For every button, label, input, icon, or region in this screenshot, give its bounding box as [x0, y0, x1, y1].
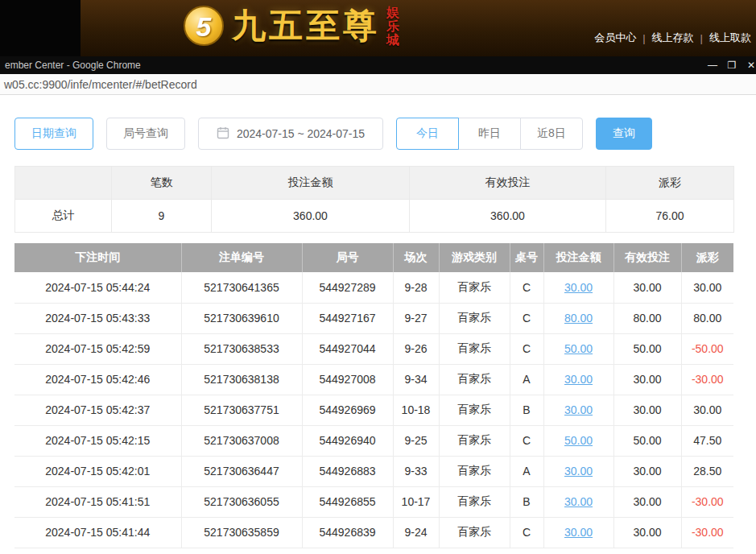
cell-bet: 30.00 [543, 364, 613, 395]
quick-yesterday-button[interactable]: 昨日 [458, 118, 521, 150]
bet-amount-link[interactable]: 30.00 [564, 465, 593, 478]
cell-time: 2024-07-15 05:42:37 [14, 395, 181, 425]
bet-amount-link[interactable]: 30.00 [564, 526, 593, 539]
quick-last8days-button[interactable]: 近8日 [520, 118, 583, 150]
cell-round_no: 544927008 [302, 364, 393, 395]
table-row: 2024-07-15 05:42:46521730638138544927008… [14, 364, 733, 395]
round-query-tab[interactable]: 局号查询 [106, 118, 185, 150]
cell-session: 10-17 [393, 486, 439, 517]
cell-order_no: 521730637751 [181, 395, 302, 425]
close-icon[interactable]: ✕ [742, 56, 756, 74]
cell-table: C [510, 425, 543, 456]
cell-payout: -30.00 [681, 517, 733, 548]
column-header-session: 场次 [393, 243, 439, 272]
cell-bet: 30.00 [543, 517, 613, 548]
cell-time: 2024-07-15 05:42:59 [14, 333, 181, 364]
site-header: 5 九五至尊 娱 乐 城 会员中心|线上存款|线上取款 [0, 0, 756, 56]
cell-valid: 30.00 [613, 486, 681, 517]
summary-total-bet-amount: 360.00 [212, 200, 410, 233]
cell-game: 百家乐 [439, 272, 510, 303]
cell-table: B [510, 395, 543, 425]
date-range-input[interactable]: 2024-07-15 ~ 2024-07-15 [198, 118, 383, 150]
summary-total-count: 9 [112, 200, 212, 233]
cell-session: 9-26 [393, 333, 439, 364]
table-row: 2024-07-15 05:42:15521730637008544926940… [14, 425, 733, 456]
window-title: ember Center - Google Chrome [0, 60, 141, 71]
url-field[interactable]: w05.cc:9900/infe/mcenter/#/betRecord [0, 78, 197, 91]
cell-bet: 50.00 [543, 333, 613, 364]
cell-session: 9-28 [393, 272, 439, 303]
summary-total-label: 总计 [15, 200, 112, 233]
nav-link[interactable]: 线上存款 [652, 31, 694, 45]
cell-valid: 30.00 [613, 395, 681, 425]
bet-amount-link[interactable]: 50.00 [564, 434, 593, 447]
cell-session: 9-33 [393, 456, 439, 486]
column-header-table: 桌号 [510, 243, 543, 272]
cell-session: 9-34 [393, 364, 439, 395]
cell-game: 百家乐 [439, 303, 510, 333]
maximize-icon[interactable]: ❐ [722, 56, 742, 74]
bet-table-header-row: 下注时间注单编号局号场次游戏类别桌号投注金额有效投注派彩 [14, 243, 733, 272]
summary-header-empty [15, 167, 112, 200]
cell-time: 2024-07-15 05:42:15 [14, 425, 181, 456]
bet-amount-link[interactable]: 80.00 [564, 312, 593, 325]
cell-time: 2024-07-15 05:41:51 [14, 486, 181, 517]
cell-round_no: 544926940 [302, 425, 393, 456]
summary-header-payout: 派彩 [606, 167, 734, 200]
cell-payout: -50.00 [681, 333, 733, 364]
cell-bet: 50.00 [543, 425, 613, 456]
cell-game: 百家乐 [439, 486, 510, 517]
bet-record-table: 下注时间注单编号局号场次游戏类别桌号投注金额有效投注派彩 2024-07-15 … [14, 243, 733, 548]
column-header-round_no: 局号 [302, 243, 393, 272]
cell-bet: 30.00 [543, 456, 613, 486]
nav-separator: | [700, 32, 703, 44]
quick-today-button[interactable]: 今日 [396, 118, 459, 150]
cell-round_no: 544926969 [302, 395, 393, 425]
cell-game: 百家乐 [439, 395, 510, 425]
cell-table: C [510, 517, 543, 548]
date-query-tab[interactable]: 日期查询 [14, 118, 93, 150]
minimize-icon[interactable]: — [703, 56, 722, 74]
column-header-valid: 有效投注 [613, 243, 681, 272]
bet-amount-link[interactable]: 30.00 [564, 373, 593, 386]
cell-round_no: 544926839 [302, 517, 393, 548]
cell-session: 9-25 [393, 425, 439, 456]
bet-amount-link[interactable]: 30.00 [564, 495, 593, 508]
top-nav: 会员中心|线上存款|线上取款 [594, 31, 751, 45]
bet-amount-link[interactable]: 50.00 [564, 342, 593, 355]
column-header-time: 下注时间 [14, 243, 181, 272]
cell-game: 百家乐 [439, 517, 510, 548]
cell-order_no: 521730638533 [181, 333, 302, 364]
summary-total-row: 总计 9 360.00 360.00 76.00 [15, 200, 734, 233]
cell-payout: 80.00 [681, 303, 733, 333]
calendar-icon [217, 126, 229, 142]
bet-table-body: 2024-07-15 05:44:24521730641365544927289… [14, 272, 733, 548]
search-button[interactable]: 查询 [596, 118, 652, 150]
cell-table: C [510, 272, 543, 303]
summary-table: 笔数 投注金额 有效投注 派彩 总计 9 360.00 360.00 76.00 [14, 166, 734, 233]
nav-separator: | [642, 32, 645, 44]
bet-amount-link[interactable]: 30.00 [564, 403, 593, 416]
cell-order_no: 521730638138 [181, 364, 302, 395]
cell-valid: 30.00 [613, 517, 681, 548]
cell-payout: 47.50 [681, 425, 733, 456]
cell-game: 百家乐 [439, 333, 510, 364]
logo-subtitle-char: 娱 [386, 6, 399, 19]
cell-round_no: 544926855 [302, 486, 393, 517]
gold-coin-icon: 5 [184, 6, 224, 46]
window-controls: — ❐ ✕ [703, 56, 756, 74]
date-range-value: 2024-07-15 ~ 2024-07-15 [237, 127, 365, 140]
bet-amount-link[interactable]: 30.00 [564, 281, 593, 294]
cell-time: 2024-07-15 05:44:24 [14, 272, 181, 303]
nav-link[interactable]: 线上取款 [709, 31, 751, 45]
nav-link[interactable]: 会员中心 [594, 31, 636, 45]
cell-session: 9-24 [393, 517, 439, 548]
table-row: 2024-07-15 05:42:01521730636447544926883… [14, 456, 733, 486]
cell-order_no: 521730635859 [181, 517, 302, 548]
summary-header-count: 笔数 [112, 167, 212, 200]
cell-bet: 80.00 [543, 303, 613, 333]
cell-valid: 50.00 [613, 425, 681, 456]
cell-table: C [510, 303, 543, 333]
cell-bet: 30.00 [543, 272, 613, 303]
cell-game: 百家乐 [439, 456, 510, 486]
